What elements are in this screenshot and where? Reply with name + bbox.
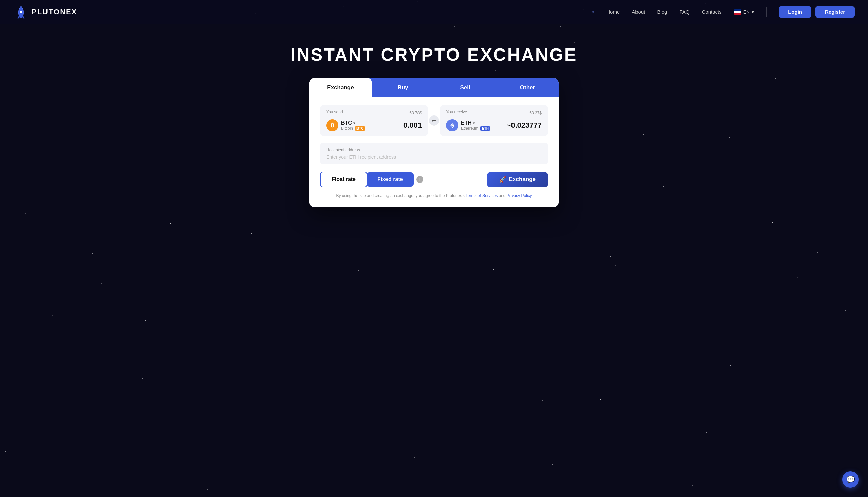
tab-other[interactable]: Other [496, 78, 559, 97]
eth-name-group: ETH ▾ Ethereum ETH [461, 120, 490, 131]
float-rate-button[interactable]: Float rate [320, 172, 367, 187]
receive-panel-header: You receive 63.37$ [446, 110, 542, 116]
receive-amount: ~0.023777 [507, 121, 542, 130]
nav-home[interactable]: Home [606, 9, 620, 15]
info-icon[interactable]: i [416, 176, 423, 183]
exchange-card: Exchange Buy Sell Other You send 63.78$ … [309, 78, 559, 208]
tab-sell[interactable]: Sell [434, 78, 496, 97]
svg-point-1 [19, 16, 23, 18]
receive-value: 63.37$ [529, 111, 542, 115]
address-input[interactable]: Enter your ETH recipient address [326, 154, 542, 160]
tab-buy[interactable]: Buy [372, 78, 434, 97]
eth-chevron: ▾ [473, 121, 475, 125]
btc-name-group: BTC ▾ Bitcoin BTC [341, 120, 365, 131]
nav-divider [766, 7, 767, 17]
chat-bubble[interactable]: 💬 [842, 471, 858, 487]
terms-link[interactable]: Terms of Services [466, 193, 498, 198]
nav-about[interactable]: About [632, 9, 645, 15]
logo[interactable]: PLUTONEX [13, 5, 77, 19]
flag-icon [734, 10, 741, 15]
exchange-row: You send 63.78$ ₿ BTC ▾ [320, 105, 548, 136]
brand-name: PLUTONEX [32, 8, 77, 16]
exchange-label: Exchange [509, 176, 536, 183]
eth-icon [446, 119, 458, 131]
disclaimer: By using the site and creating an exchan… [320, 193, 548, 198]
nav-faq[interactable]: FAQ [679, 9, 689, 15]
nav-blog[interactable]: Blog [657, 9, 667, 15]
send-panel: You send 63.78$ ₿ BTC ▾ [320, 105, 428, 136]
btc-fullname: Bitcoin BTC [341, 126, 365, 131]
lang-label: EN [743, 10, 750, 15]
privacy-link[interactable]: Privacy Policy [507, 193, 532, 198]
lang-chevron: ▾ [752, 10, 754, 15]
card-body: You send 63.78$ ₿ BTC ▾ [309, 97, 559, 208]
receive-coin-selector[interactable]: ETH ▾ Ethereum ETH [446, 119, 490, 131]
send-coin-selector[interactable]: ₿ BTC ▾ Bitcoin BTC [326, 119, 365, 131]
receive-panel: You receive 63.37$ [440, 105, 548, 136]
send-amount[interactable]: 0.001 [403, 121, 422, 130]
register-button[interactable]: Register [815, 6, 855, 17]
send-value: 63.78$ [409, 111, 422, 115]
exchange-button[interactable]: 🚀 Exchange [487, 172, 548, 187]
btc-chevron: ▾ [354, 121, 355, 125]
address-section: Recepient address Enter your ETH recipie… [320, 143, 548, 164]
btc-ticker: BTC ▾ [341, 120, 365, 126]
main-content: INSTANT CRYPTO EXCHANGE Exchange Buy Sel… [0, 24, 868, 221]
tab-exchange[interactable]: Exchange [309, 78, 372, 97]
nav-buttons: Login Register [779, 6, 855, 17]
page-title: INSTANT CRYPTO EXCHANGE [291, 44, 578, 65]
swap-button-container: ⇌ [428, 105, 440, 136]
language-selector[interactable]: EN ▾ [734, 10, 754, 15]
swap-icon[interactable]: ⇌ [429, 115, 439, 126]
btc-icon: ₿ [326, 119, 338, 131]
eth-ticker: ETH ▾ [461, 120, 490, 126]
receive-label: You receive [446, 110, 467, 114]
address-label: Recepient address [326, 147, 542, 152]
nav-dot [592, 11, 594, 13]
fixed-rate-button[interactable]: Fixed rate [367, 172, 414, 186]
svg-marker-10 [452, 126, 454, 128]
nav-contacts[interactable]: Contacts [702, 9, 721, 15]
eth-fullname: Ethereum ETH [461, 126, 490, 131]
logo-icon [13, 5, 28, 19]
send-panel-header: You send 63.78$ [326, 110, 422, 116]
svg-point-4 [19, 11, 22, 13]
login-button[interactable]: Login [779, 6, 811, 17]
eth-badge: ETH [480, 126, 490, 131]
disclaimer-text-before: By using the site and creating an exchan… [336, 193, 464, 198]
nav-links: Home About Blog FAQ Contacts EN ▾ Login … [592, 6, 855, 17]
send-label: You send [326, 110, 343, 114]
svg-marker-9 [450, 126, 452, 128]
navbar: PLUTONEX Home About Blog FAQ Contacts EN… [0, 0, 868, 24]
rate-row: Float rate Fixed rate i 🚀 Exchange [320, 172, 548, 187]
tab-bar: Exchange Buy Sell Other [309, 78, 559, 97]
exchange-icon: 🚀 [499, 176, 506, 183]
btc-badge: BTC [355, 126, 365, 131]
